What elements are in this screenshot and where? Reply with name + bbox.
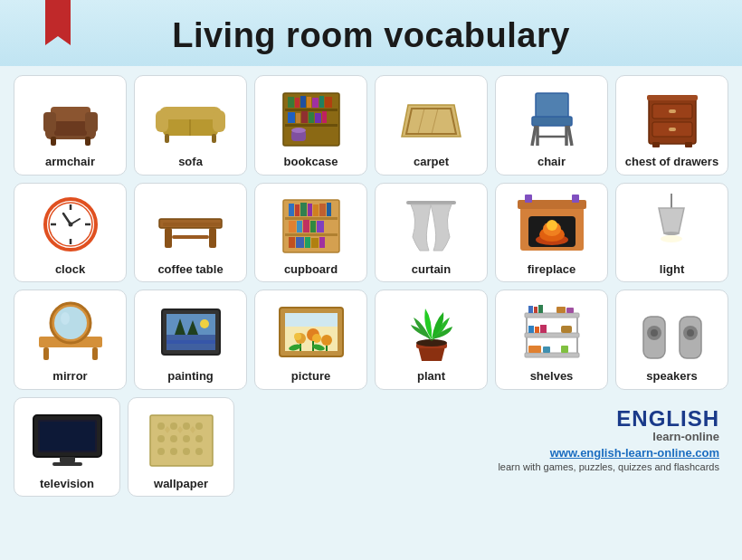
svg-rect-157 (60, 457, 75, 462)
svg-rect-94 (525, 195, 532, 203)
television-label: television (40, 477, 94, 491)
header: Living room vocabulary (0, 0, 742, 66)
bookcase-icon (271, 83, 352, 151)
vocab-grid-row2: clock coffee (14, 183, 728, 283)
svg-rect-29 (322, 111, 327, 123)
sofa-icon (150, 83, 232, 151)
curtain-label: curtain (412, 262, 451, 277)
svg-rect-135 (566, 308, 574, 313)
svg-rect-47 (669, 109, 676, 113)
svg-rect-51 (685, 142, 692, 147)
svg-rect-141 (525, 353, 579, 357)
english-text: ENGLISH (616, 406, 719, 431)
vocab-item-light: light (615, 183, 728, 283)
website-url[interactable]: www.english-learn-online.com (550, 446, 719, 460)
svg-rect-144 (561, 346, 568, 353)
vocab-item-sofa: sofa (134, 75, 247, 176)
vocab-item-clock: clock (14, 183, 127, 283)
clock-icon (30, 191, 111, 259)
mirror-label: mirror (52, 369, 87, 384)
vocab-item-shelves: shelves (495, 289, 608, 390)
vocab-item-chest-of-drawers: chest of drawers (615, 75, 728, 176)
bottom-row: television (14, 397, 728, 498)
svg-rect-137 (528, 326, 534, 333)
svg-rect-159 (40, 422, 95, 451)
vocab-grid-row1: armchair (14, 75, 728, 176)
fireplace-label: fireplace (528, 262, 576, 277)
svg-rect-81 (289, 237, 295, 248)
light-label: light (660, 262, 684, 277)
svg-rect-85 (319, 237, 325, 248)
svg-point-93 (547, 220, 557, 231)
branding: ENGLISH learn-online www.english-learn-o… (242, 397, 728, 472)
plant-label: plant (417, 369, 445, 384)
curtain-icon (391, 191, 472, 259)
cupboard-icon (271, 191, 352, 259)
television-icon (26, 405, 108, 473)
bottom-items: television (14, 397, 234, 498)
svg-point-161 (157, 422, 165, 430)
svg-point-99 (661, 235, 682, 242)
svg-line-40 (568, 126, 572, 146)
svg-rect-84 (311, 238, 319, 248)
vocab-item-speakers: speakers (615, 289, 728, 390)
svg-rect-19 (300, 96, 306, 108)
svg-point-104 (54, 307, 87, 339)
svg-rect-75 (327, 203, 331, 216)
clock-label: clock (55, 262, 85, 277)
svg-point-117 (294, 333, 301, 340)
vocab-item-mirror: mirror (14, 289, 127, 390)
chest-of-drawers-label: chest of drawers (625, 155, 718, 169)
svg-rect-130 (525, 313, 579, 318)
bookcase-label: bookcase (284, 155, 338, 169)
svg-marker-127 (418, 346, 445, 361)
speakers-icon (632, 298, 713, 365)
painting-label: painting (167, 369, 214, 384)
svg-rect-134 (556, 307, 566, 313)
svg-point-110 (200, 319, 209, 328)
svg-rect-80 (317, 221, 324, 233)
picture-label: picture (291, 369, 330, 384)
svg-rect-72 (308, 204, 312, 216)
carpet-icon (391, 83, 472, 151)
svg-rect-18 (295, 98, 300, 108)
page-wrapper: Living room vocabulary (0, 0, 742, 510)
learn-online-text: learn-online (652, 430, 719, 443)
vocab-item-picture: picture (254, 289, 367, 390)
svg-rect-23 (325, 97, 332, 108)
armchair-label: armchair (45, 155, 95, 169)
svg-point-60 (68, 223, 72, 227)
vocab-item-wallpaper: wallpaper (128, 397, 234, 498)
svg-rect-3 (43, 112, 56, 132)
svg-point-32 (291, 128, 306, 133)
svg-rect-70 (295, 204, 300, 216)
svg-rect-10 (156, 110, 168, 132)
svg-rect-133 (538, 305, 543, 313)
shelves-label: shelves (530, 369, 574, 384)
svg-rect-17 (288, 97, 294, 108)
svg-rect-138 (535, 327, 539, 333)
main-content: armchair (0, 66, 742, 510)
armchair-icon (30, 83, 111, 151)
svg-point-166 (170, 435, 177, 442)
vocab-item-bookcase: bookcase (254, 75, 367, 176)
svg-rect-158 (52, 462, 82, 466)
svg-rect-20 (307, 97, 311, 108)
svg-rect-38 (532, 117, 572, 126)
svg-rect-49 (669, 128, 676, 131)
svg-rect-76 (289, 221, 296, 233)
chair-icon (511, 83, 593, 151)
svg-rect-126 (285, 313, 338, 327)
svg-rect-79 (310, 221, 316, 233)
painting-icon (150, 298, 232, 365)
svg-rect-26 (301, 111, 308, 123)
vocab-item-painting: painting (134, 289, 247, 390)
vocab-item-fireplace: fireplace (495, 183, 608, 283)
svg-point-98 (664, 232, 680, 235)
vocab-item-chair: chair (495, 75, 608, 176)
svg-rect-22 (319, 96, 324, 108)
svg-rect-68 (285, 233, 338, 236)
svg-rect-37 (536, 93, 568, 119)
page-title: Living room vocabulary (0, 16, 742, 55)
svg-point-164 (195, 422, 203, 430)
